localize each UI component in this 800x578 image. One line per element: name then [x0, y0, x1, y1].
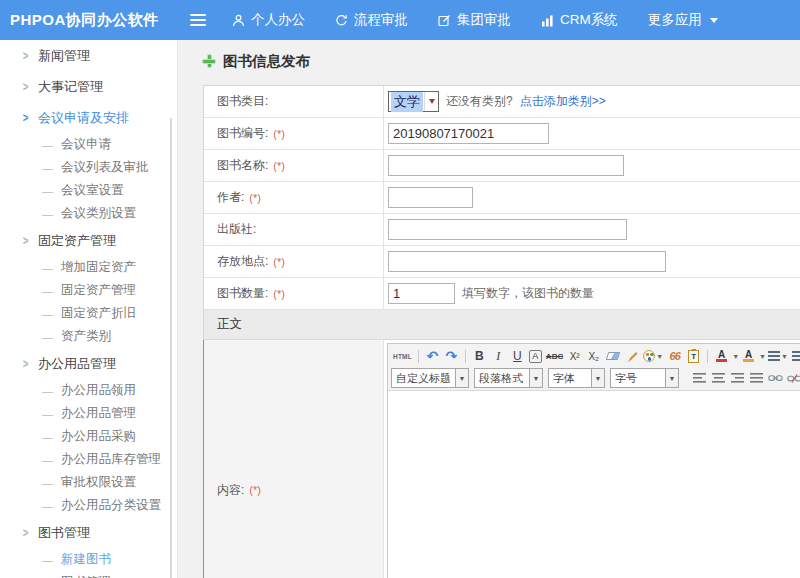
sidebar-item-book-new[interactable]: —新建图书	[0, 548, 177, 571]
top-header: PHPOA协同办公软件 个人办公 流程审批 集团审批 CRM系统 更多应用	[0, 0, 800, 40]
sidebar-item-asset-manage[interactable]: —固定资产管理	[0, 279, 177, 302]
sidebar-item-meeting-room[interactable]: —会议室设置	[0, 179, 177, 202]
chevron-right-icon: >	[23, 111, 29, 125]
sidebar-item-label: 办公用品分类设置	[61, 497, 161, 514]
sidebar-item-label: 新建图书	[61, 551, 111, 568]
nav-crm-system[interactable]: CRM系统	[541, 11, 618, 29]
sidebar-group-supplies[interactable]: >办公用品管理	[0, 348, 177, 379]
align-center-button[interactable]	[709, 368, 728, 388]
align-left-button[interactable]	[690, 368, 709, 388]
toolbar-divider	[707, 350, 708, 363]
eraser-icon	[605, 352, 620, 360]
sidebar-item-supplies-category[interactable]: —办公用品分类设置	[0, 494, 177, 517]
sidebar-group-label: 新闻管理	[38, 47, 90, 65]
insert-link-button[interactable]	[766, 368, 785, 388]
ordered-list-icon	[768, 351, 780, 361]
sidebar-item-meeting-list[interactable]: —会议列表及审批	[0, 156, 177, 179]
editor-content-area[interactable]	[388, 391, 800, 578]
select-arrow-icon	[424, 92, 438, 111]
undo-button[interactable]: ↶	[423, 346, 442, 366]
publisher-input[interactable]	[388, 219, 627, 240]
author-input[interactable]	[388, 187, 473, 208]
sidebar-group-news[interactable]: >新闻管理	[0, 40, 177, 71]
font-color-button[interactable]: A	[712, 346, 731, 366]
editor-toolbar-row-2: 自定义标题▼ 段落格式▼ 字体▼ 字号▼	[391, 367, 800, 389]
sidebar-item-supplies-purchase[interactable]: —办公用品采购	[0, 425, 177, 448]
page-title: 图书信息发布	[223, 52, 310, 71]
format-brush-button[interactable]	[622, 346, 641, 366]
chevron-down-icon: ▼	[656, 353, 663, 360]
sidebar-item-book-manage[interactable]: —图书管理	[0, 571, 177, 578]
quantity-input[interactable]	[388, 283, 455, 304]
nav-more-apps[interactable]: 更多应用	[648, 11, 718, 29]
subscript-button[interactable]: X₂	[584, 346, 603, 366]
book-name-input[interactable]	[388, 155, 624, 176]
sidebar-item-meeting-apply[interactable]: —会议申请	[0, 133, 177, 156]
chevron-down-icon: ▼	[759, 353, 766, 360]
sidebar-scrollbar[interactable]	[170, 118, 172, 578]
book-code-input[interactable]	[388, 123, 549, 144]
source-code-button[interactable]: HTML	[391, 346, 414, 366]
sidebar-group-events[interactable]: >大事记管理	[0, 71, 177, 102]
font-style-button[interactable]: A	[529, 350, 542, 363]
person-icon	[232, 14, 245, 27]
category-select[interactable]: 文学	[388, 91, 439, 112]
sidebar-item-asset-category[interactable]: —资产类别	[0, 325, 177, 348]
sidebar-item-supplies-stock[interactable]: —办公用品库存管理	[0, 448, 177, 471]
category-label: 图书类目:	[217, 93, 268, 110]
nav-group-approval[interactable]: 集团审批	[438, 11, 511, 29]
paste-icon: T	[688, 350, 699, 363]
sidebar-group-meeting[interactable]: >会议申请及安排	[0, 102, 177, 133]
menu-toggle-icon[interactable]	[190, 14, 206, 26]
sidebar-item-supplies-claim[interactable]: —办公用品领用	[0, 379, 177, 402]
paste-plain-button[interactable]: T	[684, 346, 703, 366]
sidebar-group-label: 大事记管理	[38, 78, 103, 96]
unordered-list-button[interactable]: ▼	[790, 346, 800, 366]
sidebar-item-asset-depreciation[interactable]: —固定资产折旧	[0, 302, 177, 325]
eraser-button[interactable]	[603, 346, 622, 366]
app-logo: PHPOA协同办公软件	[10, 11, 178, 30]
author-label: 作者:	[217, 189, 244, 206]
dash-icon: —	[42, 454, 53, 466]
sidebar-item-meeting-category[interactable]: —会议类别设置	[0, 202, 177, 225]
sidebar-item-label: 办公用品库存管理	[61, 451, 161, 468]
sidebar-item-asset-add[interactable]: —增加固定资产	[0, 256, 177, 279]
font-size-dropdown[interactable]: 字号▼	[610, 368, 679, 388]
required-mark: (*)	[273, 288, 285, 300]
unlink-button[interactable]	[785, 368, 800, 388]
bold-button[interactable]: B	[470, 346, 489, 366]
color-palette-button[interactable]: ▼	[641, 346, 665, 366]
location-input[interactable]	[388, 251, 666, 272]
form-row-location: 存放地点:(*)	[204, 246, 800, 278]
richtext-editor: HTML ↶ ↷ B I U A ABC X² X₂	[387, 343, 800, 578]
sidebar-item-supplies-manage[interactable]: —办公用品管理	[0, 402, 177, 425]
editor-toolbar: HTML ↶ ↷ B I U A ABC X² X₂	[388, 344, 800, 391]
sidebar-group-books[interactable]: >图书管理	[0, 517, 177, 548]
sidebar-item-label: 会议申请	[61, 136, 111, 153]
font-family-dropdown[interactable]: 字体▼	[548, 368, 605, 388]
dash-icon: —	[42, 262, 53, 274]
chevron-down-icon: ▼	[591, 369, 604, 387]
font-color-swatch	[716, 359, 727, 362]
add-category-link[interactable]: 点击添加类别>>	[520, 93, 606, 110]
paragraph-format-dropdown[interactable]: 段落格式▼	[474, 368, 543, 388]
form-row-content: 内容:(*) HTML ↶ ↷ B I U A	[204, 340, 800, 578]
chevron-down-icon: ▼	[665, 369, 678, 387]
custom-title-dropdown[interactable]: 自定义标题▼	[391, 368, 469, 388]
ordered-list-button[interactable]: ▼	[766, 346, 790, 366]
italic-button[interactable]: I	[489, 346, 508, 366]
nav-personal-office[interactable]: 个人办公	[232, 11, 305, 29]
sidebar-item-approval-permission[interactable]: —审批权限设置	[0, 471, 177, 494]
sidebar-item-label: 会议室设置	[61, 182, 124, 199]
sidebar-group-assets[interactable]: >固定资产管理	[0, 225, 177, 256]
align-right-button[interactable]	[728, 368, 747, 388]
highlight-color-button[interactable]: A	[739, 346, 758, 366]
strikethrough-button[interactable]: ABC	[544, 346, 565, 366]
nav-workflow-approval[interactable]: 流程审批	[335, 11, 408, 29]
blockquote-button[interactable]: 66	[665, 346, 684, 366]
underline-button[interactable]: U	[508, 346, 527, 366]
align-justify-button[interactable]	[747, 368, 766, 388]
required-mark: (*)	[273, 128, 285, 140]
redo-button[interactable]: ↷	[442, 346, 461, 366]
superscript-button[interactable]: X²	[565, 346, 584, 366]
